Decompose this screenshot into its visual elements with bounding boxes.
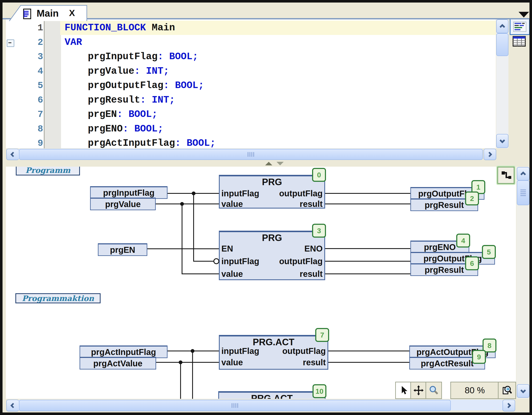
- code-segment: : BOOL;: [175, 138, 216, 148]
- network-number-badge: 7: [315, 328, 329, 342]
- pou-document-icon: [22, 9, 32, 20]
- code-line[interactable]: 9 prgActInputFlag: BOOL;: [6, 136, 496, 148]
- tab-main[interactable]: Main X: [9, 5, 87, 21]
- code-line[interactable]: 4 prgValue: INT;: [6, 64, 496, 79]
- scroll-left-button[interactable]: [6, 149, 19, 160]
- code-text: prgOutputFlag: BOOL;: [65, 80, 204, 91]
- scroll-right-button[interactable]: [503, 400, 515, 411]
- code-segment: : BOOL;: [158, 51, 198, 62]
- fbd-input-variable[interactable]: prgEN: [98, 243, 147, 256]
- code-segment: prgInputFlag: [65, 51, 158, 62]
- code-lines: 1FUNCTION_BLOCK Main2VAR3 prgInputFlag: …: [6, 21, 496, 148]
- code-line[interactable]: 2VAR: [6, 35, 496, 50]
- scroll-right-button[interactable]: [484, 149, 496, 160]
- scroll-thumb[interactable]: [496, 33, 508, 56]
- wire: [325, 248, 410, 249]
- code-text: FUNCTION_BLOCK Main: [65, 22, 175, 33]
- network-number-badge: 9: [472, 350, 486, 364]
- pin-label-output: outputFlag: [282, 346, 326, 356]
- fbd-comment-label[interactable]: Programm: [16, 167, 80, 176]
- splitter-collapse-down-icon[interactable]: [276, 162, 284, 165]
- network-number-badge: 3: [312, 224, 326, 238]
- network-number-badge: 6: [465, 256, 479, 270]
- code-line[interactable]: 8 prgENO: BOOL;: [6, 122, 496, 136]
- fbd-block[interactable]: PRG.ACTinputFlagoutputFlagvalueresult: [219, 335, 328, 370]
- scroll-thumb[interactable]: [517, 180, 530, 205]
- scroll-down-button[interactable]: [496, 134, 508, 148]
- zoom-level-display[interactable]: 80 %: [450, 382, 499, 399]
- zoom-to-fit-button[interactable]: [498, 382, 516, 399]
- code-segment: VAR: [65, 37, 82, 48]
- line-number: 8: [6, 124, 43, 134]
- fbd-comment-label[interactable]: Programmaktion: [15, 293, 101, 303]
- select-tool-button[interactable]: [395, 382, 412, 399]
- fbd-block[interactable]: PRG.ACT: [218, 391, 325, 399]
- code-line[interactable]: 7 prgEN: BOOL;: [6, 107, 496, 122]
- pin-label-input: EN: [221, 244, 233, 254]
- table-view-toggle[interactable]: [512, 35, 527, 48]
- scroll-thumb[interactable]: [19, 400, 451, 411]
- magnifier-icon: [429, 385, 439, 395]
- scroll-down-button[interactable]: [517, 384, 530, 398]
- scroll-up-button[interactable]: [496, 19, 508, 33]
- code-line[interactable]: 6 prgResult: INT;: [6, 93, 496, 108]
- fbd-block[interactable]: PRGinputFlagoutputFlagvalueresult: [219, 175, 325, 208]
- fbd-hscrollbar[interactable]: [6, 399, 529, 412]
- wire-junction-dot: [180, 202, 184, 206]
- code-line[interactable]: 5 prgOutputFlag: BOOL;: [6, 78, 496, 93]
- pin-label-output: outputFlag: [279, 256, 323, 266]
- tab-bar: Main X: [2, 2, 530, 18]
- cursor-arrow-icon: [399, 385, 408, 395]
- line-number: 9: [6, 138, 43, 148]
- network-number-badge: 0: [312, 168, 326, 182]
- pin-label-output: ENO: [304, 244, 323, 254]
- tab-list-dropdown-icon[interactable]: [519, 12, 529, 18]
- editor-hscrollbar[interactable]: [6, 148, 496, 160]
- code-segment: prgEN: [65, 109, 117, 120]
- pan-tool-button[interactable]: [410, 382, 427, 399]
- declaration-editor[interactable]: 1FUNCTION_BLOCK Main2VAR3 prgInputFlag: …: [6, 19, 496, 148]
- fbd-input-variable[interactable]: prgActInputFlag: [80, 346, 168, 358]
- editor-vscrollbar[interactable]: [496, 19, 508, 148]
- code-segment: : BOOL;: [123, 123, 163, 134]
- pin-label-input: value: [221, 357, 243, 367]
- code-line[interactable]: 1FUNCTION_BLOCK Main: [6, 21, 496, 35]
- fbd-input-variable[interactable]: prgInputFlag: [90, 186, 168, 199]
- wire: [192, 351, 193, 399]
- fbd-canvas[interactable]: ProgrammProgrammaktionPRGinputFlagoutput…: [6, 167, 516, 399]
- tab-close-icon[interactable]: X: [69, 8, 75, 18]
- thumb-grip: [232, 403, 238, 408]
- network-number-badge: 10: [313, 384, 326, 398]
- code-text: prgValue: INT;: [65, 66, 169, 77]
- wire-junction-dot: [192, 191, 196, 195]
- pane-splitter[interactable]: [2, 160, 530, 167]
- zoom-tool-button[interactable]: [426, 382, 442, 399]
- line-number: 1: [6, 22, 43, 33]
- code-line[interactable]: 3 prgInputFlag: BOOL;: [6, 49, 496, 64]
- fbd-vscrollbar[interactable]: [516, 167, 529, 399]
- fbd-input-variable[interactable]: prgValue: [90, 198, 156, 210]
- code-segment: : BOOL;: [117, 109, 157, 120]
- scroll-up-button[interactable]: [517, 167, 530, 180]
- wire: [156, 362, 219, 363]
- pin-label-input: inputFlag: [221, 346, 259, 356]
- pin-label-output: outputFlag: [279, 188, 323, 198]
- wire: [180, 362, 181, 399]
- line-number: 7: [6, 109, 43, 120]
- move-cross-icon: [414, 385, 424, 395]
- fold-collapse-icon[interactable]: [7, 40, 14, 47]
- network-number-badge: 4: [456, 234, 470, 247]
- wire: [325, 204, 410, 204]
- scroll-thumb[interactable]: [19, 149, 483, 160]
- network-mode-button[interactable]: [496, 166, 516, 185]
- tab-title: Main: [37, 8, 59, 19]
- pin-label-input: value: [221, 269, 243, 279]
- wire: [193, 193, 194, 262]
- network-connection-icon: [497, 167, 514, 184]
- fbd-block[interactable]: PRGENENOinputFlagoutputFlagvalueresult: [219, 231, 325, 280]
- code-text: prgInputFlag: BOOL;: [65, 51, 198, 62]
- splitter-collapse-up-icon[interactable]: [265, 162, 272, 165]
- scroll-left-button[interactable]: [6, 400, 19, 411]
- text-view-toggle[interactable]: [510, 19, 530, 35]
- fbd-input-variable[interactable]: prgActValue: [80, 357, 156, 369]
